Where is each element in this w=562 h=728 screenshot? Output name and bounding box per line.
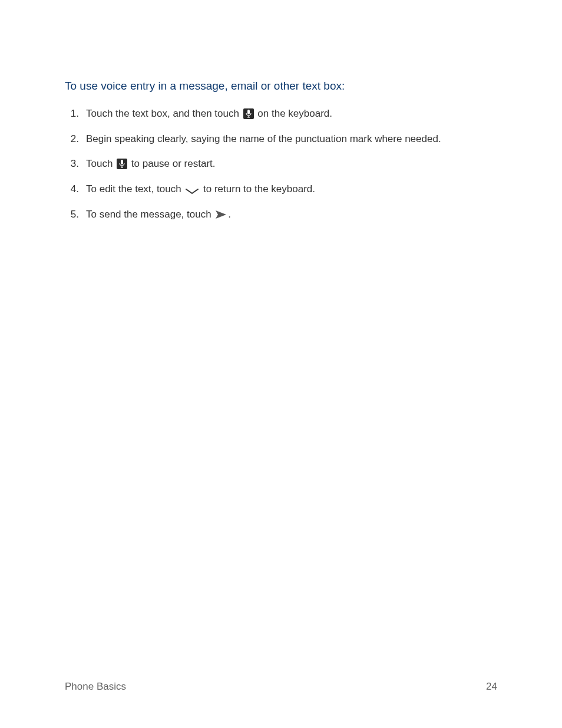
step-4: To edit the text, touch to return to the… — [65, 182, 497, 197]
step-4-text-b: to return to the keyboard. — [200, 183, 315, 195]
step-2: Begin speaking clearly, saying the name … — [65, 132, 497, 147]
step-5: To send the message, touch . — [65, 207, 497, 222]
step-1-text-a: Touch the text box, and then touch — [86, 108, 242, 119]
step-3-text-a: Touch — [86, 158, 115, 169]
step-5-text-b: . — [228, 209, 231, 220]
microphone-icon — [117, 159, 127, 169]
footer-page-number: 24 — [486, 681, 497, 693]
section-heading: To use voice entry in a message, email o… — [65, 80, 497, 93]
step-3: Touch to pause or restart. — [65, 157, 497, 172]
instruction-list: Touch the text box, and then touch on th… — [65, 107, 497, 222]
step-5-text-a: To send the message, touch — [86, 209, 214, 220]
chevron-down-icon — [185, 185, 199, 192]
page-footer: Phone Basics 24 — [65, 681, 497, 693]
page-content: To use voice entry in a message, email o… — [0, 0, 562, 222]
svg-rect-0 — [247, 110, 250, 114]
step-1-text-b: on the keyboard. — [255, 108, 332, 119]
step-4-text-a: To edit the text, touch — [86, 183, 184, 195]
send-icon — [215, 209, 227, 219]
footer-section-name: Phone Basics — [65, 681, 126, 693]
microphone-icon — [243, 108, 254, 119]
step-3-text-b: to pause or restart. — [128, 158, 215, 169]
step-1: Touch the text box, and then touch on th… — [65, 107, 497, 121]
svg-rect-3 — [121, 160, 123, 164]
step-2-text: Begin speaking clearly, saying the name … — [86, 133, 441, 144]
